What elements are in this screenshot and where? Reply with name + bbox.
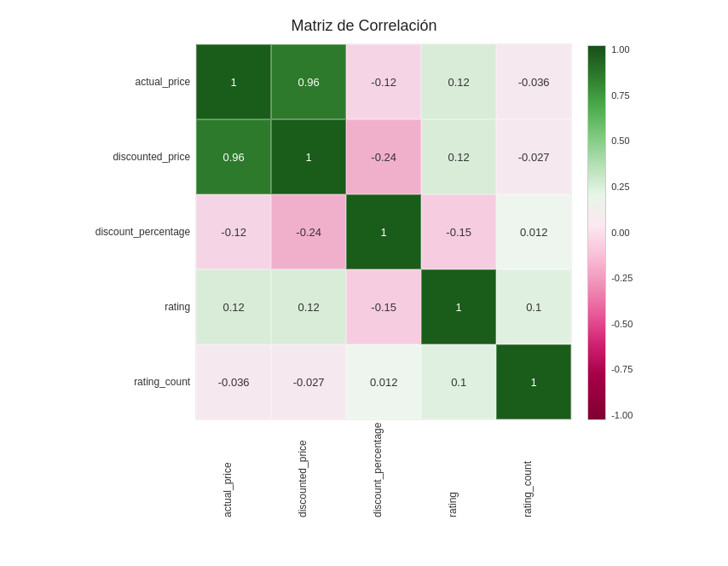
matrix-cell: -0.15 bbox=[346, 269, 421, 344]
x-label: rating bbox=[447, 424, 459, 517]
matrix-cell: -0.027 bbox=[271, 344, 346, 419]
matrix-cell: 0.96 bbox=[196, 119, 271, 194]
matrix-area: actual_pricediscounted_pricediscount_per… bbox=[95, 43, 572, 517]
matrix-cell: 0.12 bbox=[421, 119, 496, 194]
colorbar-tick: -1.00 bbox=[611, 411, 633, 420]
matrix-cell: 1 bbox=[496, 344, 571, 419]
colorbar-tick: -0.75 bbox=[611, 365, 633, 374]
colorbar-tick: 0.75 bbox=[611, 91, 633, 101]
x-label-wrapper: rating_count bbox=[490, 424, 565, 517]
y-label: actual_price bbox=[95, 44, 190, 119]
x-labels: actual_pricediscounted_pricediscount_per… bbox=[190, 424, 565, 517]
x-label: rating_count bbox=[522, 424, 534, 517]
matrix-grid: 10.96-0.120.12-0.0360.961-0.240.12-0.027… bbox=[195, 43, 572, 420]
y-label: discounted_price bbox=[95, 119, 190, 194]
y-label: rating_count bbox=[95, 344, 190, 419]
matrix-with-ylabels: actual_pricediscounted_pricediscount_per… bbox=[95, 43, 572, 420]
x-label: discounted_price bbox=[297, 424, 309, 517]
colorbar-tick: 0.25 bbox=[611, 182, 633, 192]
matrix-cell: -0.24 bbox=[346, 119, 421, 194]
colorbar-tick: 1.00 bbox=[611, 45, 633, 55]
x-label-wrapper: discounted_price bbox=[265, 424, 340, 517]
matrix-cell: 1 bbox=[271, 119, 346, 194]
matrix-cell: 1 bbox=[421, 269, 496, 344]
matrix-cell: 0.12 bbox=[421, 44, 496, 119]
chart-title: Matriz de Correlación bbox=[291, 17, 436, 35]
x-label: discount_percentage bbox=[372, 424, 384, 517]
colorbar-tick: 0.00 bbox=[611, 228, 633, 238]
matrix-cell: 0.12 bbox=[196, 269, 271, 344]
colorbar-tick: -0.50 bbox=[611, 320, 633, 329]
matrix-cell: -0.036 bbox=[496, 44, 571, 119]
chart-body: actual_pricediscounted_pricediscount_per… bbox=[95, 43, 633, 517]
colorbar-tick: -0.25 bbox=[611, 274, 633, 283]
matrix-cell: 0.96 bbox=[271, 44, 346, 119]
colorbar bbox=[587, 45, 606, 420]
matrix-cell: 0.1 bbox=[496, 269, 571, 344]
matrix-cell: -0.12 bbox=[346, 44, 421, 119]
matrix-cell: 0.12 bbox=[271, 269, 346, 344]
matrix-cell: -0.24 bbox=[271, 194, 346, 269]
y-label: rating bbox=[95, 269, 190, 344]
x-label-wrapper: rating bbox=[415, 424, 490, 517]
matrix-cell: -0.036 bbox=[196, 344, 271, 419]
x-label: actual_price bbox=[222, 424, 234, 517]
matrix-cell: -0.15 bbox=[421, 194, 496, 269]
colorbar-area: 1.000.750.500.250.00-0.25-0.50-0.75-1.00 bbox=[587, 43, 633, 420]
matrix-cell: 0.1 bbox=[421, 344, 496, 419]
x-label-wrapper: discount_percentage bbox=[340, 424, 415, 517]
y-labels: actual_pricediscounted_pricediscount_per… bbox=[95, 44, 190, 419]
matrix-cell: 0.012 bbox=[496, 194, 571, 269]
chart-container: Matriz de Correlación actual_pricediscou… bbox=[0, 0, 728, 566]
matrix-cell: -0.027 bbox=[496, 119, 571, 194]
matrix-cell: -0.12 bbox=[196, 194, 271, 269]
colorbar-tick: 0.50 bbox=[611, 136, 633, 146]
matrix-cell: 0.012 bbox=[346, 344, 421, 419]
y-label: discount_percentage bbox=[95, 194, 190, 269]
colorbar-wrapper: 1.000.750.500.250.00-0.25-0.50-0.75-1.00 bbox=[587, 45, 633, 420]
x-label-wrapper: actual_price bbox=[190, 424, 265, 517]
matrix-cell: 1 bbox=[196, 44, 271, 119]
matrix-cell: 1 bbox=[346, 194, 421, 269]
colorbar-ticks: 1.000.750.500.250.00-0.25-0.50-0.75-1.00 bbox=[611, 45, 633, 420]
